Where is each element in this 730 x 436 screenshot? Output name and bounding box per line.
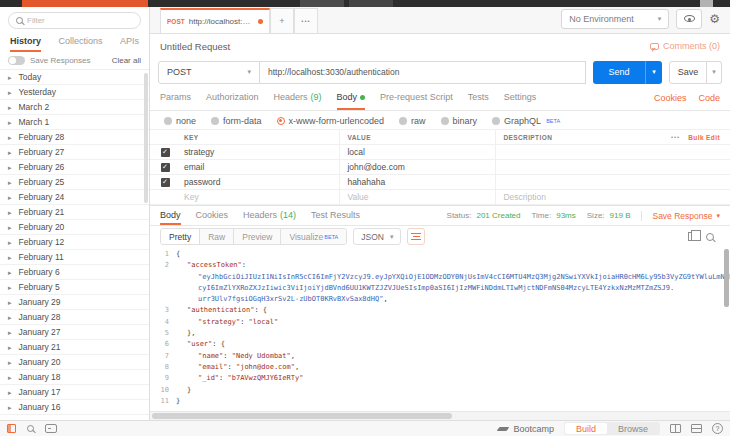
save-options-caret[interactable]: ▾ bbox=[707, 61, 722, 84]
cookies-link[interactable]: Cookies bbox=[654, 93, 687, 103]
history-group[interactable]: ▸February 24 bbox=[0, 190, 149, 205]
request-tab-pre-request-script[interactable]: Pre-request Script bbox=[380, 86, 453, 110]
sidebar-tab-apis[interactable]: APIs bbox=[120, 32, 139, 52]
history-group[interactable]: ▸January 17 bbox=[0, 385, 149, 400]
clear-all-link[interactable]: Clear all bbox=[112, 56, 141, 65]
response-tab-body[interactable]: Body bbox=[160, 206, 181, 225]
new-tab-button[interactable]: + bbox=[270, 8, 294, 33]
save-response-button[interactable]: Save Response ▾ bbox=[641, 211, 720, 221]
request-tab-settings[interactable]: Settings bbox=[504, 86, 537, 110]
history-group[interactable]: ▸February 11 bbox=[0, 250, 149, 265]
comments-button[interactable]: Comments (0) bbox=[650, 41, 720, 51]
open-request-tab[interactable]: POST http://localhost:3030/authenti... bbox=[160, 8, 270, 33]
body-mode-form-data[interactable]: form-data bbox=[211, 116, 262, 126]
row-value[interactable]: john@doe.com bbox=[339, 160, 495, 174]
copy-icon[interactable] bbox=[688, 232, 696, 241]
language-select[interactable]: JSON ▾ bbox=[353, 228, 401, 245]
request-tab-tests[interactable]: Tests bbox=[468, 86, 489, 110]
url-input[interactable] bbox=[260, 61, 586, 84]
send-button[interactable]: Send bbox=[593, 61, 645, 84]
table-row[interactable]: ✓emailjohn@doe.com bbox=[150, 159, 730, 175]
history-group[interactable]: ▸Today bbox=[0, 70, 149, 85]
history-group[interactable]: ▸February 6 bbox=[0, 265, 149, 280]
settings-gear-icon[interactable]: ⚙ bbox=[709, 13, 720, 25]
wrap-lines-button[interactable] bbox=[407, 228, 425, 245]
history-group[interactable]: ▸January 28 bbox=[0, 310, 149, 325]
row-checkbox[interactable]: ✓ bbox=[161, 148, 170, 157]
body-mode-none[interactable]: none bbox=[164, 116, 196, 126]
request-tab-params[interactable]: Params bbox=[160, 86, 191, 110]
table-row[interactable]: ✓strategylocal bbox=[150, 144, 730, 160]
history-group[interactable]: ▸January 27 bbox=[0, 325, 149, 340]
view-mode-visualize[interactable]: VisualizeBETA bbox=[281, 229, 346, 244]
bootcamp-button[interactable]: Bootcamp bbox=[498, 424, 554, 434]
row-description[interactable] bbox=[495, 145, 644, 159]
history-group[interactable]: ▸February 27 bbox=[0, 145, 149, 160]
save-button[interactable]: Save bbox=[669, 61, 707, 84]
table-placeholder-row[interactable]: KeyValueDescription bbox=[150, 189, 730, 205]
view-mode-preview[interactable]: Preview bbox=[234, 229, 281, 244]
view-mode-raw[interactable]: Raw bbox=[200, 229, 234, 244]
find-icon[interactable] bbox=[27, 425, 34, 432]
environment-select[interactable]: No Environment ▾ bbox=[561, 9, 669, 29]
sidebar-tab-collections[interactable]: Collections bbox=[58, 32, 102, 52]
request-name[interactable]: Untitled Request bbox=[160, 41, 230, 52]
row-checkbox[interactable]: ✓ bbox=[161, 178, 170, 187]
response-tab-test-results[interactable]: Test Results bbox=[311, 206, 360, 225]
send-options-caret[interactable]: ▾ bbox=[645, 61, 662, 84]
console-icon[interactable] bbox=[45, 424, 57, 433]
row-key[interactable]: password bbox=[180, 177, 339, 187]
history-group[interactable]: ▸March 1 bbox=[0, 115, 149, 130]
request-tab-body[interactable]: Body bbox=[337, 86, 366, 110]
code-scrollbar[interactable] bbox=[724, 249, 729, 307]
table-row[interactable]: ✓passwordhahahaha bbox=[150, 174, 730, 190]
filter-input[interactable] bbox=[27, 16, 133, 25]
browse-tab[interactable]: Browse bbox=[607, 423, 659, 434]
history-group[interactable]: ▸March 2 bbox=[0, 100, 149, 115]
history-group[interactable]: ▸February 25 bbox=[0, 175, 149, 190]
row-key[interactable]: email bbox=[180, 162, 339, 172]
tab-options-button[interactable]: ••• bbox=[294, 8, 318, 33]
sidebar-tab-history[interactable]: History bbox=[10, 32, 41, 52]
history-group[interactable]: ▸January 20 bbox=[0, 355, 149, 370]
body-mode-binary[interactable]: binary bbox=[441, 116, 478, 126]
bulk-edit-link[interactable]: Bulk Edit bbox=[688, 134, 720, 141]
history-group[interactable]: ▸January 18 bbox=[0, 370, 149, 385]
code-link[interactable]: Code bbox=[698, 93, 720, 103]
body-mode-raw[interactable]: raw bbox=[399, 116, 426, 126]
row-description[interactable]: Description bbox=[495, 190, 644, 204]
response-body-code[interactable]: 1{2"accessToken":"eyJhbGciOiJIUzI1NiIsIn… bbox=[150, 247, 730, 411]
request-tab-headers[interactable]: Headers(9) bbox=[274, 86, 322, 110]
history-group[interactable]: ▸January 29 bbox=[0, 295, 149, 310]
table-more-button[interactable]: ••• bbox=[671, 134, 680, 140]
response-tab-cookies[interactable]: Cookies bbox=[196, 206, 229, 225]
horizontal-scrollbar-thumb[interactable] bbox=[152, 413, 452, 419]
row-value[interactable]: local bbox=[339, 145, 495, 159]
search-response-icon[interactable] bbox=[706, 233, 714, 241]
history-group[interactable]: ▸January 21 bbox=[0, 340, 149, 355]
history-group[interactable]: ▸January 16 bbox=[0, 400, 149, 415]
row-value[interactable]: hahahaha bbox=[339, 175, 495, 189]
history-group[interactable]: ▸February 21 bbox=[0, 205, 149, 220]
row-checkbox[interactable]: ✓ bbox=[161, 163, 170, 172]
history-group[interactable]: ▸Yesterday bbox=[0, 85, 149, 100]
response-tab-headers[interactable]: Headers(14) bbox=[243, 206, 296, 225]
request-tab-authorization[interactable]: Authorization bbox=[206, 86, 259, 110]
filter-box[interactable] bbox=[8, 12, 141, 29]
shortcuts-icon[interactable] bbox=[691, 424, 702, 433]
history-group[interactable]: ▸February 26 bbox=[0, 160, 149, 175]
row-description[interactable] bbox=[495, 175, 644, 189]
help-icon[interactable]: ? bbox=[712, 423, 723, 434]
sidebar-toggle-icon[interactable] bbox=[7, 424, 16, 433]
history-group[interactable]: ▸February 5 bbox=[0, 280, 149, 295]
save-responses-toggle[interactable] bbox=[8, 56, 25, 65]
row-description[interactable] bbox=[495, 160, 644, 174]
build-tab[interactable]: Build bbox=[565, 423, 607, 434]
row-value[interactable]: Value bbox=[339, 190, 495, 204]
body-mode-x-www-form-urlencoded[interactable]: x-www-form-urlencoded bbox=[277, 116, 385, 126]
view-mode-pretty[interactable]: Pretty bbox=[161, 229, 200, 244]
two-pane-icon[interactable] bbox=[670, 424, 681, 433]
sidebar-scrollbar[interactable] bbox=[144, 73, 148, 203]
history-group[interactable]: ▸February 12 bbox=[0, 235, 149, 250]
environment-preview-button[interactable] bbox=[676, 9, 702, 29]
